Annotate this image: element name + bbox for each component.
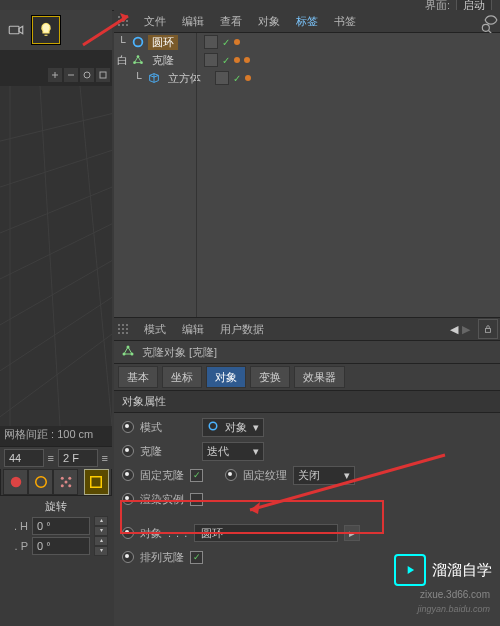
checkbox-render-instance[interactable] <box>190 493 203 506</box>
viewport[interactable]: 网格间距 : 100 cm <box>0 50 112 446</box>
tab-object[interactable]: 对象 <box>206 366 246 388</box>
camera-icon[interactable] <box>2 16 30 44</box>
attr-title: 克隆对象 [克隆] <box>142 345 217 360</box>
radio-fixed-clone[interactable] <box>122 469 134 481</box>
rotation-section-label: 旋转 <box>0 496 112 516</box>
svg-rect-24 <box>486 329 491 333</box>
viewport-hud: 网格间距 : 100 cm <box>4 427 93 442</box>
extra-dot-icon[interactable] <box>244 57 250 63</box>
fps-field[interactable]: 2 F <box>58 449 98 467</box>
watermark-url: zixue.3d66.com <box>420 589 490 600</box>
dropdown-clone[interactable]: 迭代 ▾ <box>202 442 264 461</box>
attr-menu-userdata[interactable]: 用户数据 <box>214 321 270 338</box>
svg-point-8 <box>122 24 124 26</box>
radio-fixed-texture[interactable] <box>225 469 237 481</box>
menu-file[interactable]: 文件 <box>138 13 172 30</box>
grip-icon[interactable] <box>116 14 130 28</box>
svg-point-19 <box>122 328 124 330</box>
svg-point-45 <box>68 477 71 480</box>
layer-tag-icon[interactable] <box>204 35 218 49</box>
link-arrow-icon[interactable]: ▸ <box>344 525 360 541</box>
input-rot-h[interactable]: 0 ° <box>32 517 90 535</box>
radio-render-instance[interactable] <box>122 493 134 505</box>
nav-back-icon[interactable]: ◀ <box>450 323 458 336</box>
svg-point-10 <box>482 24 489 31</box>
label-clone: 克隆 <box>140 444 196 459</box>
mode-icon <box>207 420 219 434</box>
svg-point-6 <box>126 20 128 22</box>
menu-tags[interactable]: 标签 <box>290 13 324 30</box>
nav-fwd-icon[interactable]: ▶ <box>462 323 470 336</box>
tree-collapse-icon[interactable]: └ <box>114 33 130 51</box>
frame-field[interactable]: 44 <box>4 449 44 467</box>
tree-item-ring[interactable]: 圆环 <box>148 35 178 50</box>
tab-coord[interactable]: 坐标 <box>162 366 202 388</box>
tree-item-cube[interactable]: 立方体 <box>164 71 205 86</box>
visibility-icon[interactable]: ✓ <box>222 55 230 66</box>
mode-value: 对象 <box>225 420 247 435</box>
radio-mode[interactable] <box>122 421 134 433</box>
spinner-p[interactable]: ▴▾ <box>94 536 108 556</box>
collapse-icon[interactable]: ≡ <box>102 452 108 464</box>
svg-point-22 <box>122 332 124 334</box>
attr-menu-mode[interactable]: 模式 <box>138 321 172 338</box>
tab-effector[interactable]: 效果器 <box>294 366 345 388</box>
render-dot-icon[interactable] <box>234 57 240 63</box>
view-nav-icon[interactable] <box>96 68 110 82</box>
lock-icon[interactable] <box>478 319 498 339</box>
render-dot-icon[interactable] <box>245 75 251 81</box>
render-dot-icon[interactable] <box>234 39 240 45</box>
menu-object[interactable]: 对象 <box>252 13 286 30</box>
autokey-icon[interactable] <box>53 469 78 495</box>
svg-point-7 <box>118 24 120 26</box>
spinner-h[interactable]: ▴▾ <box>94 516 108 536</box>
svg-point-29 <box>84 72 90 78</box>
layer-tag-icon[interactable] <box>215 71 229 85</box>
svg-point-15 <box>118 324 120 326</box>
checkbox-fixed-clone[interactable]: ✓ <box>190 469 203 482</box>
grip-icon[interactable] <box>116 322 130 336</box>
svg-point-20 <box>126 328 128 330</box>
tree-expand-icon[interactable]: 白 <box>114 51 130 69</box>
tab-transform[interactable]: 变换 <box>250 366 290 388</box>
light-icon[interactable] <box>32 16 60 44</box>
svg-point-2 <box>122 16 124 18</box>
keyframe-icon[interactable] <box>28 469 53 495</box>
selection-icon[interactable] <box>84 469 109 495</box>
menu-bookmarks[interactable]: 书签 <box>328 13 362 30</box>
input-rot-p[interactable]: 0 ° <box>32 537 90 555</box>
layer-tag-icon[interactable] <box>204 53 218 67</box>
label-fixed-texture: 固定纹理 <box>243 468 287 483</box>
radio-clone[interactable] <box>122 445 134 457</box>
collapse-icon[interactable]: ≡ <box>48 452 54 464</box>
object-link-field[interactable]: 圆环 <box>194 524 338 542</box>
view-nav-icon[interactable] <box>48 68 62 82</box>
tab-basic[interactable]: 基本 <box>118 366 158 388</box>
radio-object-link[interactable] <box>122 527 134 539</box>
attr-menu-edit[interactable]: 编辑 <box>176 321 210 338</box>
menu-edit[interactable]: 编辑 <box>176 13 210 30</box>
menu-view[interactable]: 查看 <box>214 13 248 30</box>
svg-point-46 <box>61 484 64 487</box>
label-object-link: 对象 <box>140 526 162 541</box>
visibility-icon[interactable]: ✓ <box>222 37 230 48</box>
dropdown-fixed-texture[interactable]: 关闭 ▾ <box>293 466 355 485</box>
checkbox-array-clone[interactable]: ✓ <box>190 551 203 564</box>
svg-point-44 <box>61 477 64 480</box>
visibility-icon[interactable]: ✓ <box>233 73 241 84</box>
svg-point-4 <box>118 20 120 22</box>
dropdown-mode[interactable]: 对象 ▾ <box>202 418 264 437</box>
object-tree[interactable]: └ 圆环 ✓ 白 克隆 ✓ └ 立方体 <box>114 33 500 318</box>
cloner-title-icon <box>120 343 136 361</box>
tree-item-cloner[interactable]: 克隆 <box>148 53 178 68</box>
radio-array-clone[interactable] <box>122 551 134 563</box>
svg-point-1 <box>118 16 120 18</box>
view-nav-icon[interactable] <box>80 68 94 82</box>
dots: . . . <box>168 527 188 539</box>
svg-point-47 <box>68 484 71 487</box>
chevron-down-icon: ▾ <box>253 445 259 458</box>
label-mode: 模式 <box>140 420 196 435</box>
svg-point-28 <box>209 422 217 430</box>
view-nav-icon[interactable] <box>64 68 78 82</box>
record-icon[interactable] <box>3 469 28 495</box>
